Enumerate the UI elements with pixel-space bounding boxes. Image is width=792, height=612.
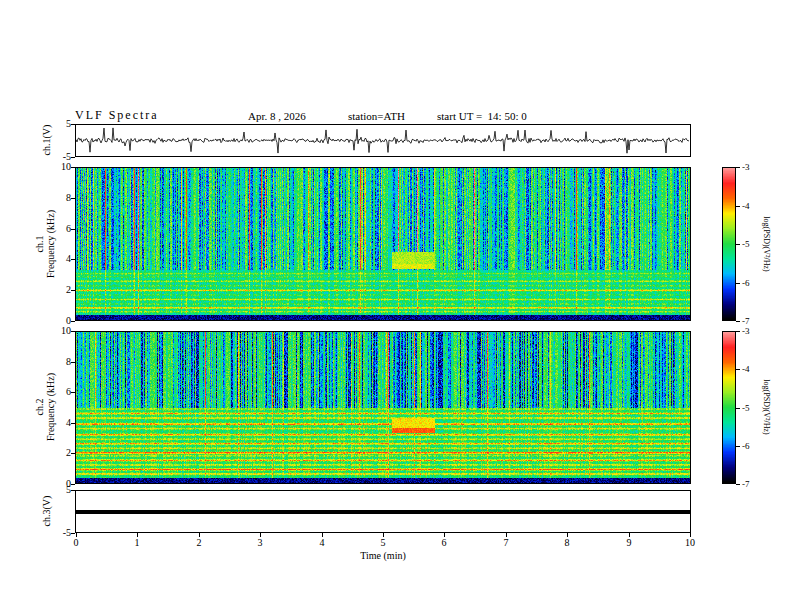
spec2-y-tick-label: 6 <box>43 387 71 397</box>
ch1-spectrogram-ylabel-line2: Frequency (kHz) <box>45 210 56 278</box>
colorbar2-tick-label: -3 <box>742 327 750 336</box>
spec1-y-tick-mark <box>71 198 75 199</box>
x-tick-label: 6 <box>433 538 455 548</box>
x-tick-label: 7 <box>495 538 517 548</box>
spec2-y-tick-mark <box>71 484 75 485</box>
spec2-y-tick-label: 4 <box>43 418 71 428</box>
x-tick-label: 8 <box>556 538 578 548</box>
colorbar2-tick-label: -7 <box>742 480 750 489</box>
ch2-spectrogram-ylabel: ch.2 Frequency (kHz) <box>34 373 56 441</box>
ch1-waveform-panel <box>75 124 691 157</box>
colorbar1-gradient <box>723 168 735 320</box>
plot-station: station=ATH <box>348 110 405 122</box>
colorbar2-tick-label: -4 <box>742 365 750 374</box>
spec2-y-tick-mark <box>71 362 75 363</box>
x-tick-label: 1 <box>126 538 148 548</box>
ch1-spectrogram-ylabel-line1: ch.1 <box>34 210 45 278</box>
spec2-y-tick-mark <box>71 453 75 454</box>
spec2-y-tick-mark <box>71 392 75 393</box>
colorbar1-tick-label: -5 <box>742 240 750 249</box>
spec2-y-tick-label: 8 <box>43 357 71 367</box>
plot-date: Apr. 8 , 2026 <box>248 110 306 122</box>
colorbar1-tick-mark <box>736 321 740 322</box>
colorbar1-tick-mark <box>736 283 740 284</box>
ch2-spectrogram-ylabel-line2: Frequency (kHz) <box>45 373 56 441</box>
wave1-y-tick-label: 5 <box>43 119 71 129</box>
spec2-y-tick-mark <box>71 331 75 332</box>
spec2-y-tick-label: 2 <box>43 448 71 458</box>
colorbar1-tick-label: -6 <box>742 279 750 288</box>
x-tick-label: 10 <box>679 538 701 548</box>
plot-title: VLF Spectra <box>75 108 159 123</box>
colorbar2-tick-label: -5 <box>742 404 750 413</box>
wave3-y-tick-mark <box>71 490 75 491</box>
spec2-y-tick-mark <box>71 423 75 424</box>
x-tick-label: 4 <box>311 538 333 548</box>
spec1-y-tick-label: 10 <box>43 162 71 172</box>
wave1-y-tick-mark <box>71 124 75 125</box>
spec1-y-tick-label: 6 <box>43 224 71 234</box>
colorbar2 <box>722 331 736 484</box>
colorbar2-tick-mark <box>736 331 740 332</box>
ch2-spectrogram-panel <box>75 331 691 484</box>
colorbar2-tick-mark <box>736 369 740 370</box>
x-tick-label: 9 <box>618 538 640 548</box>
ch2-spectrogram-canvas <box>76 332 690 483</box>
ch1-waveform-ylabel: ch.1(V) <box>41 125 52 156</box>
wave3-y-tick-label: -5 <box>43 528 71 538</box>
colorbar1 <box>722 167 736 321</box>
wave3-y-tick-label: 5 <box>43 485 71 495</box>
plot-start-ut: start UT = 14: 50: 0 <box>437 110 527 122</box>
x-tick-label: 3 <box>249 538 271 548</box>
x-axis-label: Time (min) <box>353 551 413 561</box>
colorbar2-gradient <box>723 332 735 483</box>
vlf-spectra-figure: VLF Spectra Apr. 8 , 2026 station=ATH st… <box>0 0 792 612</box>
spec1-y-tick-label: 8 <box>43 193 71 203</box>
spec1-y-tick-mark <box>71 167 75 168</box>
x-tick-label: 2 <box>188 538 210 548</box>
ch3-waveform-canvas <box>76 491 690 532</box>
colorbar2-tick-mark <box>736 446 740 447</box>
x-tick-label: 0 <box>65 538 87 548</box>
ch3-waveform-panel <box>75 490 691 533</box>
ch1-waveform-canvas <box>76 125 690 156</box>
spec1-y-tick-mark <box>71 229 75 230</box>
spec1-y-tick-mark <box>71 259 75 260</box>
colorbar2-tick-mark <box>736 484 740 485</box>
ch1-spectrogram-ylabel: ch.1 Frequency (kHz) <box>34 210 56 278</box>
wave1-y-tick-label: -5 <box>43 152 71 162</box>
wave1-y-tick-mark <box>71 157 75 158</box>
colorbar1-tick-label: -4 <box>742 202 750 211</box>
ch1-spectrogram-canvas <box>76 168 690 320</box>
colorbar1-label: log(PSD)(V²/Hz) <box>762 216 770 271</box>
spec1-y-tick-label: 2 <box>43 285 71 295</box>
colorbar1-tick-label: -3 <box>742 163 750 172</box>
ch1-spectrogram-panel <box>75 167 691 321</box>
colorbar1-tick-mark <box>736 244 740 245</box>
wave3-y-tick-mark <box>71 533 75 534</box>
colorbar2-tick-label: -6 <box>742 442 750 451</box>
colorbar1-tick-label: -7 <box>742 317 750 326</box>
spec1-y-tick-mark <box>71 290 75 291</box>
colorbar1-tick-mark <box>736 167 740 168</box>
ch3-waveform-ylabel: ch.3(V) <box>41 496 52 527</box>
spec1-y-tick-mark <box>71 321 75 322</box>
ch2-spectrogram-ylabel-line1: ch.2 <box>34 373 45 441</box>
colorbar1-tick-mark <box>736 206 740 207</box>
spec1-y-tick-label: 4 <box>43 254 71 264</box>
colorbar2-tick-mark <box>736 408 740 409</box>
colorbar2-label: log(PSD)(V²/Hz) <box>762 379 770 434</box>
spec2-y-tick-label: 10 <box>43 326 71 336</box>
x-tick-label: 5 <box>372 538 394 548</box>
